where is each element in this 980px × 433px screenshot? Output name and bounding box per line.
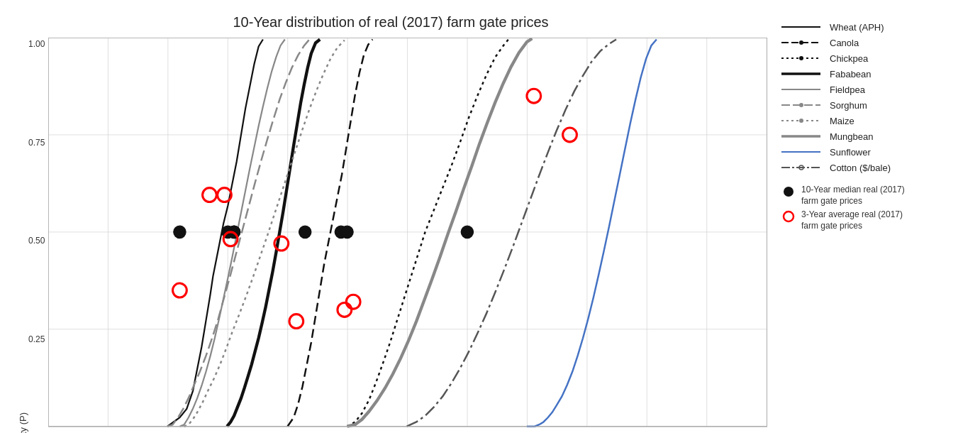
legend-item-cotton: Cotton ($/bale) [781,162,966,173]
svg-point-15 [174,226,186,238]
chart-inner: Probability (P) 1.00 0.75 0.50 0.25 0.00 [14,38,767,433]
legend-label-sunflower: Sunflower [830,147,871,158]
legend-label-maize: Maize [830,116,854,126]
legend-label-chickpea: Chickpea [830,53,868,64]
legend-label-cotton: Cotton ($/bale) [830,163,891,173]
svg-point-50 [784,212,794,221]
legend-item-wheat: Wheat (APH) [781,21,966,33]
legend-label-fieldpea: Fieldpea [830,84,865,95]
legend-item-chickpea: Chickpea [781,53,966,64]
plot-svg [48,38,767,433]
chart-title: 10-Year distribution of real (2017) farm… [14,14,767,31]
legend-line-sunflower [781,146,824,158]
legend-item-mungbean: Mungbean [781,131,966,142]
svg-point-22 [462,226,474,238]
legend-line-fababean [781,68,824,80]
legend-label-fababean: Fababean [830,69,872,80]
legend-line-cotton [781,162,824,173]
avg-marker-icon [781,209,796,224]
legend-line-sorghum [781,99,824,111]
legend-line-wheat [781,21,824,33]
avg-marker-label: 3-Year average real (2017)farm gate pric… [801,209,903,231]
chart-area: 10-Year distribution of real (2017) farm… [14,14,767,426]
legend-item-sorghum: Sorghum [781,99,966,111]
svg-point-19 [299,226,311,238]
svg-point-21 [341,226,353,238]
svg-point-49 [784,187,794,197]
y-ticks: 1.00 0.75 0.50 0.25 0.00 [28,38,48,433]
legend-line-chickpea [781,53,824,64]
legend-label-wheat: Wheat (APH) [830,22,884,33]
legend-line-canola [781,37,824,48]
legend-marker-median: 10-Year median real (2017)farm gate pric… [781,185,966,207]
legend-label-canola: Canola [830,38,859,48]
legend-item-fieldpea: Fieldpea [781,84,966,95]
legend-item-sunflower: Sunflower [781,146,966,158]
legend-label-sorghum: Sorghum [830,100,867,111]
legend-item-fababean: Fababean [781,68,966,80]
legend: Wheat (APH) Canola Chickpea Fababean [767,14,973,426]
plot-area-wrapper: 1.00 0.75 0.50 0.25 0.00 [28,38,767,433]
legend-marker-3yr: 3-Year average real (2017)farm gate pric… [781,209,966,231]
median-marker-icon [781,185,796,199]
legend-item-canola: Canola [781,37,966,48]
legend-markers: 10-Year median real (2017)farm gate pric… [781,185,966,234]
plot-and-yaxis: 1.00 0.75 0.50 0.25 0.00 [28,38,767,433]
svg-point-38 [799,56,803,60]
legend-line-fieldpea [781,84,824,95]
legend-line-maize [781,115,824,126]
median-marker-label: 10-Year median real (2017)farm gate pric… [801,185,905,207]
svg-point-36 [799,40,803,45]
chart-container: 10-Year distribution of real (2017) farm… [0,0,980,433]
legend-line-mungbean [781,131,824,142]
y-axis-label: Probability (P) [14,38,28,433]
svg-point-42 [799,103,803,107]
svg-point-44 [799,119,803,123]
legend-item-maize: Maize [781,115,966,126]
legend-label-mungbean: Mungbean [830,131,873,142]
